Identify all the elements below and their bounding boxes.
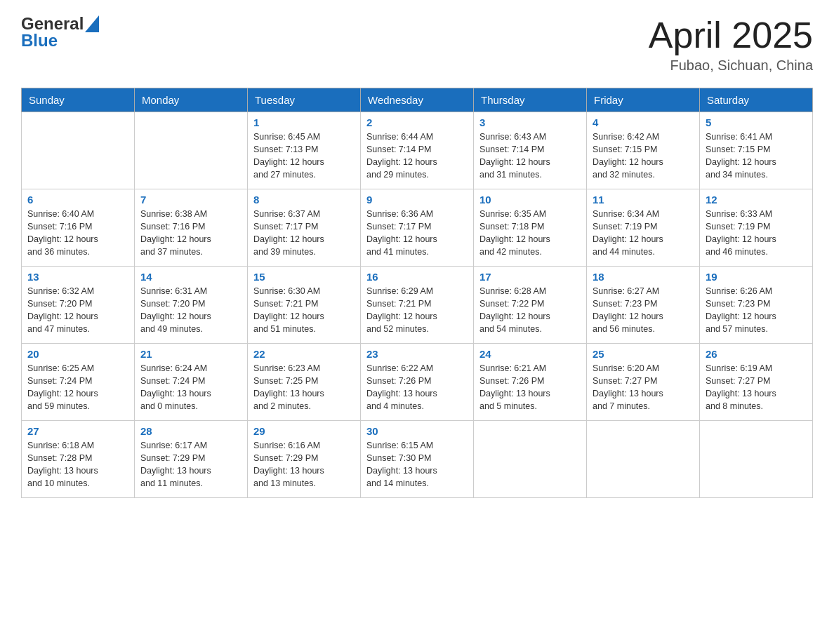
day-info: Sunrise: 6:24 AM Sunset: 7:24 PM Dayligh…	[140, 362, 241, 413]
calendar-cell: 20Sunrise: 6:25 AM Sunset: 7:24 PM Dayli…	[22, 344, 135, 421]
day-info: Sunrise: 6:23 AM Sunset: 7:25 PM Dayligh…	[253, 362, 355, 413]
day-number: 1	[253, 116, 355, 128]
calendar-cell: 23Sunrise: 6:22 AM Sunset: 7:26 PM Dayli…	[361, 344, 474, 421]
day-number: 13	[27, 271, 128, 283]
calendar-cell: 7Sunrise: 6:38 AM Sunset: 7:16 PM Daylig…	[135, 189, 248, 267]
calendar-header-monday: Monday	[135, 88, 248, 112]
calendar-cell	[587, 421, 700, 498]
title-area: April 2025 Fubao, Sichuan, China	[649, 14, 813, 74]
day-info: Sunrise: 6:41 AM Sunset: 7:15 PM Dayligh…	[706, 130, 807, 182]
page-header: General Blue April 2025 Fubao, Sichuan, …	[21, 14, 813, 74]
svg-marker-0	[85, 15, 99, 32]
calendar-cell: 2Sunrise: 6:44 AM Sunset: 7:14 PM Daylig…	[361, 112, 474, 189]
calendar-week-row: 27Sunrise: 6:18 AM Sunset: 7:28 PM Dayli…	[22, 421, 813, 498]
calendar-cell: 1Sunrise: 6:45 AM Sunset: 7:13 PM Daylig…	[248, 112, 361, 189]
calendar-cell: 24Sunrise: 6:21 AM Sunset: 7:26 PM Dayli…	[474, 344, 587, 421]
day-number: 25	[593, 348, 694, 360]
calendar-cell	[135, 112, 248, 189]
day-info: Sunrise: 6:36 AM Sunset: 7:17 PM Dayligh…	[366, 208, 468, 259]
day-info: Sunrise: 6:26 AM Sunset: 7:23 PM Dayligh…	[706, 285, 807, 336]
day-info: Sunrise: 6:34 AM Sunset: 7:19 PM Dayligh…	[593, 208, 694, 259]
day-number: 15	[253, 271, 355, 283]
day-info: Sunrise: 6:33 AM Sunset: 7:19 PM Dayligh…	[706, 208, 807, 259]
calendar-cell: 14Sunrise: 6:31 AM Sunset: 7:20 PM Dayli…	[135, 267, 248, 344]
day-number: 12	[706, 194, 807, 206]
calendar-cell: 6Sunrise: 6:40 AM Sunset: 7:16 PM Daylig…	[22, 189, 135, 267]
calendar-cell: 27Sunrise: 6:18 AM Sunset: 7:28 PM Dayli…	[22, 421, 135, 498]
day-number: 29	[253, 425, 355, 437]
day-number: 4	[593, 116, 694, 128]
day-number: 24	[479, 348, 581, 360]
calendar-cell: 3Sunrise: 6:43 AM Sunset: 7:14 PM Daylig…	[474, 112, 587, 189]
calendar-cell	[700, 421, 813, 498]
calendar-cell: 21Sunrise: 6:24 AM Sunset: 7:24 PM Dayli…	[135, 344, 248, 421]
calendar-header-wednesday: Wednesday	[361, 88, 474, 112]
calendar-cell: 29Sunrise: 6:16 AM Sunset: 7:29 PM Dayli…	[248, 421, 361, 498]
day-info: Sunrise: 6:18 AM Sunset: 7:28 PM Dayligh…	[27, 439, 128, 490]
day-number: 23	[366, 348, 468, 360]
day-number: 6	[27, 194, 128, 206]
day-number: 7	[140, 194, 241, 206]
calendar-cell: 22Sunrise: 6:23 AM Sunset: 7:25 PM Dayli…	[248, 344, 361, 421]
calendar-header-saturday: Saturday	[700, 88, 813, 112]
day-info: Sunrise: 6:27 AM Sunset: 7:23 PM Dayligh…	[593, 285, 694, 336]
calendar-cell: 25Sunrise: 6:20 AM Sunset: 7:27 PM Dayli…	[587, 344, 700, 421]
day-info: Sunrise: 6:19 AM Sunset: 7:27 PM Dayligh…	[706, 362, 807, 413]
calendar-week-row: 6Sunrise: 6:40 AM Sunset: 7:16 PM Daylig…	[22, 189, 813, 267]
day-number: 26	[706, 348, 807, 360]
calendar-header-friday: Friday	[587, 88, 700, 112]
day-info: Sunrise: 6:32 AM Sunset: 7:20 PM Dayligh…	[27, 285, 128, 336]
day-info: Sunrise: 6:38 AM Sunset: 7:16 PM Dayligh…	[140, 208, 241, 259]
day-number: 10	[479, 194, 581, 206]
day-info: Sunrise: 6:16 AM Sunset: 7:29 PM Dayligh…	[253, 439, 355, 490]
day-info: Sunrise: 6:37 AM Sunset: 7:17 PM Dayligh…	[253, 208, 355, 259]
logo-blue-text: Blue	[21, 31, 100, 51]
day-number: 17	[479, 271, 581, 283]
day-info: Sunrise: 6:43 AM Sunset: 7:14 PM Dayligh…	[479, 130, 581, 182]
day-info: Sunrise: 6:15 AM Sunset: 7:30 PM Dayligh…	[366, 439, 468, 490]
calendar-cell: 28Sunrise: 6:17 AM Sunset: 7:29 PM Dayli…	[135, 421, 248, 498]
day-info: Sunrise: 6:31 AM Sunset: 7:20 PM Dayligh…	[140, 285, 241, 336]
calendar-cell: 13Sunrise: 6:32 AM Sunset: 7:20 PM Dayli…	[22, 267, 135, 344]
day-number: 27	[27, 425, 128, 437]
calendar-cell: 18Sunrise: 6:27 AM Sunset: 7:23 PM Dayli…	[587, 267, 700, 344]
day-info: Sunrise: 6:35 AM Sunset: 7:18 PM Dayligh…	[479, 208, 581, 259]
logo-triangle-icon	[85, 15, 99, 32]
day-number: 14	[140, 271, 241, 283]
calendar-cell: 4Sunrise: 6:42 AM Sunset: 7:15 PM Daylig…	[587, 112, 700, 189]
calendar-cell: 5Sunrise: 6:41 AM Sunset: 7:15 PM Daylig…	[700, 112, 813, 189]
calendar-cell: 9Sunrise: 6:36 AM Sunset: 7:17 PM Daylig…	[361, 189, 474, 267]
calendar-cell: 17Sunrise: 6:28 AM Sunset: 7:22 PM Dayli…	[474, 267, 587, 344]
calendar-week-row: 1Sunrise: 6:45 AM Sunset: 7:13 PM Daylig…	[22, 112, 813, 189]
day-number: 11	[593, 194, 694, 206]
day-info: Sunrise: 6:30 AM Sunset: 7:21 PM Dayligh…	[253, 285, 355, 336]
day-info: Sunrise: 6:42 AM Sunset: 7:15 PM Dayligh…	[593, 130, 694, 182]
day-info: Sunrise: 6:25 AM Sunset: 7:24 PM Dayligh…	[27, 362, 128, 413]
day-number: 22	[253, 348, 355, 360]
calendar-header-sunday: Sunday	[22, 88, 135, 112]
calendar-cell: 12Sunrise: 6:33 AM Sunset: 7:19 PM Dayli…	[700, 189, 813, 267]
calendar-cell: 26Sunrise: 6:19 AM Sunset: 7:27 PM Dayli…	[700, 344, 813, 421]
calendar-cell: 8Sunrise: 6:37 AM Sunset: 7:17 PM Daylig…	[248, 189, 361, 267]
calendar-cell	[474, 421, 587, 498]
day-number: 9	[366, 194, 468, 206]
day-number: 2	[366, 116, 468, 128]
day-info: Sunrise: 6:29 AM Sunset: 7:21 PM Dayligh…	[366, 285, 468, 336]
calendar-week-row: 20Sunrise: 6:25 AM Sunset: 7:24 PM Dayli…	[22, 344, 813, 421]
day-number: 19	[706, 271, 807, 283]
day-info: Sunrise: 6:28 AM Sunset: 7:22 PM Dayligh…	[479, 285, 581, 336]
day-number: 5	[706, 116, 807, 128]
calendar-header-row: SundayMondayTuesdayWednesdayThursdayFrid…	[22, 88, 813, 112]
day-number: 18	[593, 271, 694, 283]
day-info: Sunrise: 6:44 AM Sunset: 7:14 PM Dayligh…	[366, 130, 468, 182]
calendar-cell: 30Sunrise: 6:15 AM Sunset: 7:30 PM Dayli…	[361, 421, 474, 498]
day-number: 21	[140, 348, 241, 360]
calendar-week-row: 13Sunrise: 6:32 AM Sunset: 7:20 PM Dayli…	[22, 267, 813, 344]
calendar-header-thursday: Thursday	[474, 88, 587, 112]
day-info: Sunrise: 6:17 AM Sunset: 7:29 PM Dayligh…	[140, 439, 241, 490]
day-info: Sunrise: 6:20 AM Sunset: 7:27 PM Dayligh…	[593, 362, 694, 413]
logo: General Blue	[21, 14, 100, 51]
calendar-header-tuesday: Tuesday	[248, 88, 361, 112]
day-number: 28	[140, 425, 241, 437]
day-info: Sunrise: 6:45 AM Sunset: 7:13 PM Dayligh…	[253, 130, 355, 182]
